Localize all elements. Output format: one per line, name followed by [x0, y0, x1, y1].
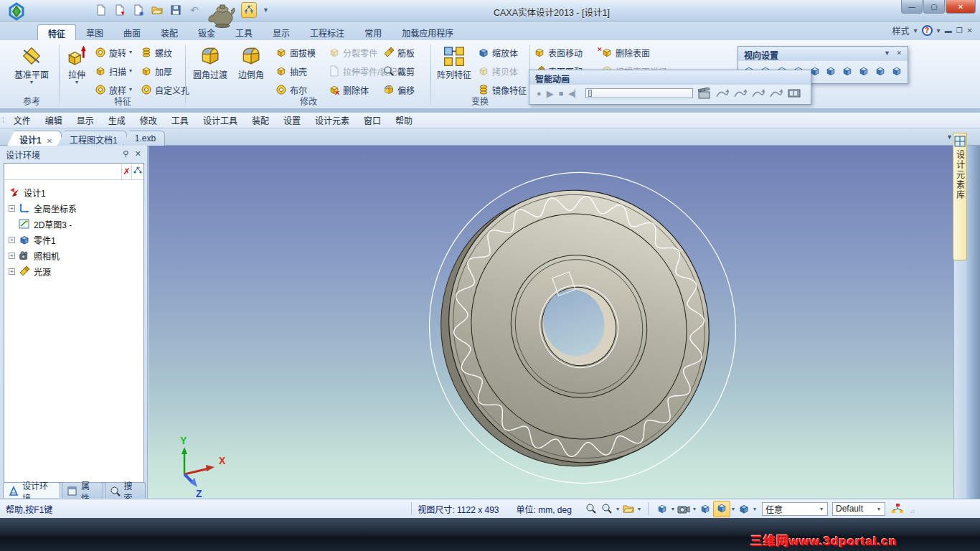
- ribbon-tab-surface[interactable]: 曲面: [113, 24, 151, 40]
- shell-button[interactable]: 抽壳: [275, 63, 307, 79]
- stop-button[interactable]: ■: [559, 89, 564, 98]
- timeline-thumb[interactable]: [588, 90, 592, 97]
- rewind-button[interactable]: ◀▏: [568, 89, 580, 98]
- open-environment-icon[interactable]: ◉: [131, 2, 146, 18]
- ribbon-tab-display[interactable]: 显示: [263, 24, 300, 40]
- datum-plane-button[interactable]: 基准平面▾: [9, 43, 54, 93]
- ribbon-tab-annotation[interactable]: 工程标注: [300, 24, 354, 40]
- view-corner2-icon[interactable]: [857, 63, 871, 78]
- qat-overflow-icon[interactable]: ▼: [260, 6, 272, 14]
- ribbon-tab-sketch[interactable]: 草图: [76, 24, 113, 40]
- tree-item-camera[interactable]: + 照相机: [9, 248, 143, 263]
- thread-button[interactable]: 螺纹: [141, 44, 172, 60]
- camera-dropdown-icon[interactable]: ▾: [693, 506, 696, 512]
- open-folder-icon[interactable]: [149, 2, 165, 18]
- view-orientation-icon[interactable]: [656, 503, 669, 514]
- scale-body-button[interactable]: 缩放体: [478, 44, 518, 60]
- ribbon-tab-features[interactable]: 特征: [37, 24, 76, 40]
- menu-edit[interactable]: 编辑: [38, 112, 70, 128]
- minimize-button[interactable]: —: [901, 0, 923, 14]
- viewport-3d[interactable]: Y X Z: [149, 146, 953, 499]
- app-logo-icon[interactable]: [7, 2, 26, 21]
- view-panel-dropdown-icon[interactable]: ▼: [884, 50, 890, 57]
- curve-edit-icon[interactable]: [752, 88, 765, 99]
- display-mode-dropdown-icon[interactable]: ▾: [732, 506, 735, 512]
- style-dropdown-icon[interactable]: ▾: [914, 27, 918, 34]
- fillet-button[interactable]: 圆角过渡: [188, 43, 232, 93]
- scene-tree-icon[interactable]: [891, 503, 904, 514]
- style-menu[interactable]: 样式: [892, 24, 910, 37]
- doc-tab-drawing1[interactable]: 工程图文档1: [57, 131, 127, 146]
- new-view-icon[interactable]: [622, 503, 635, 514]
- tree-item-sketch3[interactable]: 2D草图3 -: [9, 216, 143, 232]
- expand-icon[interactable]: +: [9, 205, 15, 212]
- view-corner3-icon[interactable]: [873, 63, 887, 78]
- pin-icon[interactable]: ⚲: [123, 149, 128, 159]
- ribbon-tab-assembly[interactable]: 装配: [151, 24, 188, 40]
- clear-filter-icon[interactable]: ✗: [121, 164, 131, 179]
- menu-window[interactable]: 窗口: [357, 112, 388, 128]
- camera-view-icon[interactable]: [677, 503, 690, 514]
- view-top-icon[interactable]: [824, 63, 839, 78]
- doc-minimize-icon[interactable]: ▬: [945, 27, 952, 34]
- curve-path-icon[interactable]: [716, 88, 729, 99]
- panel-close-icon[interactable]: ✕: [135, 149, 141, 159]
- split-part-button[interactable]: 分裂零件: [329, 44, 377, 60]
- display-mode-active-icon[interactable]: [713, 501, 730, 517]
- ribbon-tab-addins[interactable]: 加载应用程序: [392, 24, 463, 40]
- undo-icon[interactable]: ↶: [187, 2, 202, 18]
- expand-icon[interactable]: +: [9, 253, 15, 259]
- menu-settings[interactable]: 设置: [276, 112, 308, 128]
- save-icon[interactable]: [168, 2, 184, 18]
- menu-design-tools[interactable]: 设计工具: [196, 112, 245, 128]
- clapperboard-icon[interactable]: [698, 88, 711, 99]
- revolve-button[interactable]: 旋转▾: [95, 44, 132, 60]
- open-example-icon[interactable]: ▾: [112, 2, 128, 18]
- film-reel-icon[interactable]: [788, 88, 801, 99]
- menu-design-elements[interactable]: 设计元素: [308, 112, 357, 128]
- filter-tree-icon[interactable]: *: [131, 164, 143, 179]
- extrude-button[interactable]: 拉伸▾: [62, 43, 92, 93]
- view-corner4-icon[interactable]: [890, 63, 904, 78]
- add-keyframe-icon[interactable]: [770, 88, 783, 99]
- zoom-out-icon[interactable]: [600, 503, 613, 514]
- zoom-dropdown-icon[interactable]: ▾: [616, 506, 619, 512]
- doc-tab-list-icon[interactable]: ▼: [946, 133, 953, 141]
- tab-search[interactable]: 搜索: [105, 482, 146, 498]
- view-settings-title[interactable]: 视向设置 ▼ ✕: [738, 47, 908, 61]
- timeline-slider[interactable]: [585, 88, 693, 98]
- close-button[interactable]: ✕: [946, 0, 976, 14]
- design-tree-toggle-icon[interactable]: *: [241, 2, 257, 18]
- sweep-button[interactable]: 扫描▾: [95, 63, 132, 79]
- orientation-dropdown-icon[interactable]: ▾: [672, 506, 674, 512]
- view-panel-close-icon[interactable]: ✕: [896, 50, 902, 57]
- render-dropdown-icon[interactable]: ▾: [753, 506, 756, 512]
- rib-button[interactable]: 筋板: [383, 44, 415, 60]
- tree-item-part1[interactable]: + 零件1: [9, 232, 143, 248]
- pattern-feature-button[interactable]: 阵列特征: [432, 43, 476, 93]
- move-face-button[interactable]: 表面移动: [534, 44, 583, 60]
- menu-assembly[interactable]: 装配: [245, 112, 276, 128]
- menu-file[interactable]: 文件: [6, 112, 38, 128]
- curve-select-icon[interactable]: [734, 88, 747, 99]
- tab-design-environment[interactable]: 设计环境: [3, 482, 60, 498]
- doc-tab-1exb[interactable]: 1.exb: [123, 131, 165, 146]
- record-button[interactable]: ●: [537, 89, 542, 98]
- trim-button[interactable]: 裁剪: [383, 63, 415, 79]
- chamfer-button[interactable]: 边倒角: [232, 43, 270, 93]
- render-mode-select[interactable]: 任意▾: [762, 502, 828, 516]
- delete-face-button[interactable]: ✕删除表面: [601, 44, 650, 60]
- maximize-button[interactable]: ▢: [923, 0, 945, 14]
- new-document-icon[interactable]: [93, 2, 109, 18]
- menu-tools[interactable]: 工具: [164, 112, 196, 128]
- menu-help[interactable]: 帮助: [388, 112, 420, 128]
- gear-model[interactable]: Y X Z: [149, 146, 953, 499]
- face-draft-button[interactable]: 面拔模: [275, 44, 316, 60]
- style-select[interactable]: Default▾: [832, 502, 885, 516]
- help-icon[interactable]: ?: [922, 25, 933, 36]
- ribbon-tab-common[interactable]: 常用: [354, 24, 392, 40]
- doc-close-icon[interactable]: ✕: [967, 27, 973, 34]
- smart-animation-title[interactable]: 智能动画: [529, 70, 811, 85]
- tree-item-coordinate-system[interactable]: + 全局坐标系: [9, 200, 143, 216]
- menu-generate[interactable]: 生成: [101, 112, 133, 128]
